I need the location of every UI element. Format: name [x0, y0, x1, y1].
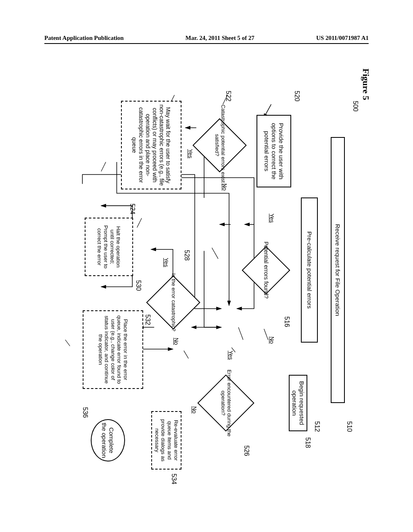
- edge-516-yes: Yes: [269, 214, 275, 223]
- node-512: Pre-calculate potential errors: [301, 197, 318, 343]
- ref-512: 512: [313, 421, 321, 432]
- node-526: Error encountered during the operation?: [202, 373, 250, 433]
- edge-528-no: No: [173, 338, 179, 345]
- node-510: Receive request for File Operation: [331, 137, 345, 403]
- svg-line-20: [65, 340, 70, 346]
- header-left: Patent Application Publication: [44, 35, 124, 42]
- edge-522-yes: Yes: [187, 149, 194, 158]
- ref-524: 524: [129, 204, 136, 214]
- node-518: Begin requested operation: [289, 375, 307, 431]
- node-522: Catastrophic potential errors exist / sa…: [198, 115, 242, 175]
- header-right: US 2011/0071987 A1: [316, 35, 369, 42]
- node-530: Halt the operation until corrected; Prom…: [85, 218, 133, 276]
- ref-534: 534: [170, 474, 177, 484]
- ref-516: 516: [283, 316, 290, 327]
- ref-510: 510: [346, 421, 353, 432]
- page-header: Patent Application Publication Mar. 24, …: [44, 35, 369, 44]
- node-516: Potential errors found?: [246, 246, 286, 294]
- svg-line-8: [264, 329, 268, 340]
- edge-526-yes: Yes: [227, 351, 234, 360]
- node-524: May wait for the user to satisfy non-cat…: [121, 101, 181, 189]
- svg-line-15: [184, 351, 189, 358]
- ref-528: 528: [183, 250, 190, 261]
- svg-line-16: [137, 218, 142, 227]
- node-532: Place the error in the error queue, indi…: [83, 310, 143, 389]
- svg-line-14: [101, 162, 106, 171]
- node-526-label: Error encountered during the operation?: [220, 361, 232, 445]
- node-536: Complete the operation: [91, 419, 125, 461]
- ref-526: 526: [243, 445, 250, 456]
- ref-536: 536: [81, 407, 89, 418]
- node-528-label: Is the error catastrophic?: [171, 263, 177, 342]
- ref-520: 520: [293, 91, 300, 102]
- flowchart-figure-5: Figure 5: [0, 69, 371, 399]
- header-mid: Mar. 24, 2011 Sheet 5 of 27: [186, 35, 254, 42]
- node-534: Re-evaluate error queue items and provid…: [151, 411, 181, 470]
- ref-522: 522: [225, 91, 232, 102]
- edge-528-yes: Yes: [163, 258, 169, 267]
- edge-516-no: No: [269, 337, 275, 344]
- node-516-label: Potential errors found?: [263, 236, 269, 304]
- edge-526-no: No: [191, 406, 198, 414]
- node-522-label: Catastrophic potential errors exist / sa…: [214, 103, 226, 187]
- figure-label: Figure 5: [361, 69, 371, 100]
- svg-line-9: [238, 327, 243, 340]
- ref-518: 518: [304, 437, 311, 448]
- svg-line-10: [212, 248, 218, 259]
- ref-530: 530: [135, 280, 142, 291]
- ref-500: 500: [352, 101, 359, 112]
- node-520: Provide the user with options to correct…: [257, 115, 291, 187]
- node-528: Is the error catastrophic?: [149, 274, 198, 330]
- edge-522-no: No: [221, 183, 228, 191]
